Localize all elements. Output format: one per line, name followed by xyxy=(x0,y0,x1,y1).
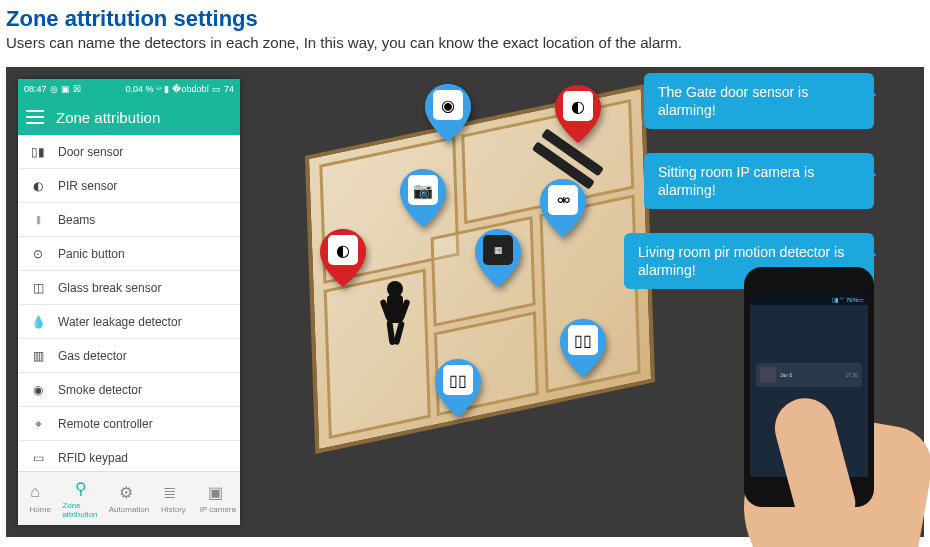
panic-button-icon: ⊙ xyxy=(28,244,48,264)
nav-item-label: Automation xyxy=(109,505,149,514)
zone-item-label: Glass break sensor xyxy=(58,281,161,295)
hand-holding-phone: ▯▮ ⌔ 76%▭ Jan 6 17:36 xyxy=(644,237,924,547)
map-pin-door2: ▯▯ xyxy=(560,319,606,377)
wifi-icon: ⌔ xyxy=(840,296,844,302)
nav-icon: ⌂ xyxy=(30,483,50,503)
zone-item-label: Panic button xyxy=(58,247,125,261)
nav-item-history[interactable]: ≣History xyxy=(151,472,195,525)
zone-item[interactable]: ⌖Remote controller xyxy=(18,407,240,441)
nav-item-label: History xyxy=(161,505,186,514)
page-title: Zone attritution settings xyxy=(6,6,924,32)
zone-item[interactable]: ▭RFID keypad xyxy=(18,441,240,471)
rfid-keypad-icon: ▭ xyxy=(28,448,48,468)
nav-icon: ⚲ xyxy=(75,479,95,499)
signal-icon: �období xyxy=(172,84,209,94)
notifications-area: The Gate door sensor is alarming! Sittin… xyxy=(614,67,914,537)
smoke-detector-icon: ◉ xyxy=(28,380,48,400)
ip-camera-icon: 📷 xyxy=(408,175,438,205)
status-notif-icon: ◎ xyxy=(50,84,58,94)
nav-item-zone-attribution[interactable]: ⚲Zone attribution xyxy=(62,472,106,525)
zone-item[interactable]: ▥Gas detector xyxy=(18,339,240,373)
pir-sensor-icon: ◐ xyxy=(563,91,593,121)
notification-app-icon xyxy=(760,367,776,383)
zone-item[interactable]: ⊙Panic button xyxy=(18,237,240,271)
svg-point-0 xyxy=(387,281,403,297)
zone-item[interactable]: ◉Smoke detector xyxy=(18,373,240,407)
nav-icon: ⚙ xyxy=(119,483,139,503)
lock-screen-notification[interactable]: Jan 6 17:36 xyxy=(756,363,862,387)
keypad-icon: ▦ xyxy=(483,235,513,265)
door-sensor-icon: ▯▯ xyxy=(443,365,473,395)
illustration-panel: 08:47 ◎ ▣ ☒ 0.04 % ⌔ ▮ �období ▭ 74 Zone… xyxy=(6,67,924,537)
map-pin-keypad: ▦ xyxy=(475,229,521,287)
zone-item-label: Smoke detector xyxy=(58,383,142,397)
battery-icon: ▭ xyxy=(212,84,221,94)
notification-text: Jan 6 xyxy=(780,372,841,378)
bottom-nav: ⌂Home⚲Zone attribution⚙Automation≣Histor… xyxy=(18,471,240,525)
pir-sensor-icon: ◐ xyxy=(328,235,358,265)
nav-item-home[interactable]: ⌂Home xyxy=(18,472,62,525)
map-pin-camera: 📷 xyxy=(400,169,446,227)
map-pin-pir2: ◐ xyxy=(555,85,601,143)
nav-item-label: IP camera xyxy=(200,505,236,514)
smoke-detector-icon: ◉ xyxy=(433,90,463,120)
door-sensor-icon: ▯▮ xyxy=(28,142,48,162)
map-pin-door: ▯▯ xyxy=(435,359,481,417)
door-sensor-icon: ▯▯ xyxy=(568,325,598,355)
map-pin-pir: ◐ xyxy=(320,229,366,287)
svg-rect-5 xyxy=(393,321,405,346)
nav-item-automation[interactable]: ⚙Automation xyxy=(107,472,151,525)
status-notif-icon: ☒ xyxy=(73,84,81,94)
zone-item-label: PIR sensor xyxy=(58,179,117,193)
zone-item-label: RFID keypad xyxy=(58,451,128,465)
remote-controller-icon: ⌖ xyxy=(28,414,48,434)
zone-item-label: Water leakage detector xyxy=(58,315,182,329)
signal-icon: ▮ xyxy=(164,84,169,94)
beams-icon: ⦀ xyxy=(28,210,48,230)
battery-pct-icon: 76%▭ xyxy=(846,296,864,303)
zone-item[interactable]: ⦀Beams xyxy=(18,203,240,237)
pir-sensor-icon: ◐ xyxy=(28,176,48,196)
map-pin-socket: ⚮ xyxy=(540,179,586,237)
zone-item-label: Gas detector xyxy=(58,349,127,363)
page-subtitle: Users can name the detectors in each zon… xyxy=(6,34,924,51)
nav-item-label: Home xyxy=(30,505,51,514)
zone-item[interactable]: ◫Glass break sensor xyxy=(18,271,240,305)
status-time: 08:47 xyxy=(24,84,47,94)
signal-icon: ▯▮ xyxy=(832,296,838,303)
app-screenshot: 08:47 ◎ ▣ ☒ 0.04 % ⌔ ▮ �období ▭ 74 Zone… xyxy=(18,79,240,525)
water-leak-icon: 💧 xyxy=(28,312,48,332)
zone-list: ▯▮Door sensor◐PIR sensor⦀Beams⊙Panic but… xyxy=(18,135,240,471)
notification-time: 17:36 xyxy=(845,372,858,378)
page-header: Zone attritution settings Users can name… xyxy=(0,0,930,55)
status-data: 0.04 % xyxy=(125,84,153,94)
zone-item-label: Remote controller xyxy=(58,417,153,431)
hamburger-icon[interactable] xyxy=(26,110,44,124)
battery-pct: 74 xyxy=(224,84,234,94)
zone-item-label: Door sensor xyxy=(58,145,123,159)
glass-break-icon: ◫ xyxy=(28,278,48,298)
nav-item-ip-camera[interactable]: ▣IP camera xyxy=(196,472,240,525)
android-status-bar: 08:47 ◎ ▣ ☒ 0.04 % ⌔ ▮ �období ▭ 74 xyxy=(18,79,240,99)
zone-item-label: Beams xyxy=(58,213,95,227)
zone-item[interactable]: ▯▮Door sensor xyxy=(18,135,240,169)
nav-item-label: Zone attribution xyxy=(62,501,106,519)
nav-icon: ≣ xyxy=(163,483,183,503)
app-title: Zone attribution xyxy=(56,109,160,126)
status-notif-icon: ▣ xyxy=(61,84,70,94)
phone-status-bar: ▯▮ ⌔ 76%▭ xyxy=(750,293,868,305)
intruder-graphic xyxy=(375,279,415,349)
alert-bubble-camera: Sitting room IP camera is alarming! xyxy=(644,153,874,209)
zone-item[interactable]: ◐PIR sensor xyxy=(18,169,240,203)
zone-item[interactable]: 💧Water leakage detector xyxy=(18,305,240,339)
app-header: Zone attribution xyxy=(18,99,240,135)
gas-detector-icon: ▥ xyxy=(28,346,48,366)
map-pin-smoke: ◉ xyxy=(425,84,471,142)
wifi-icon: ⌔ xyxy=(156,84,161,94)
alert-bubble-gate: The Gate door sensor is alarming! xyxy=(644,73,874,129)
smart-socket-icon: ⚮ xyxy=(548,185,578,215)
nav-icon: ▣ xyxy=(208,483,228,503)
